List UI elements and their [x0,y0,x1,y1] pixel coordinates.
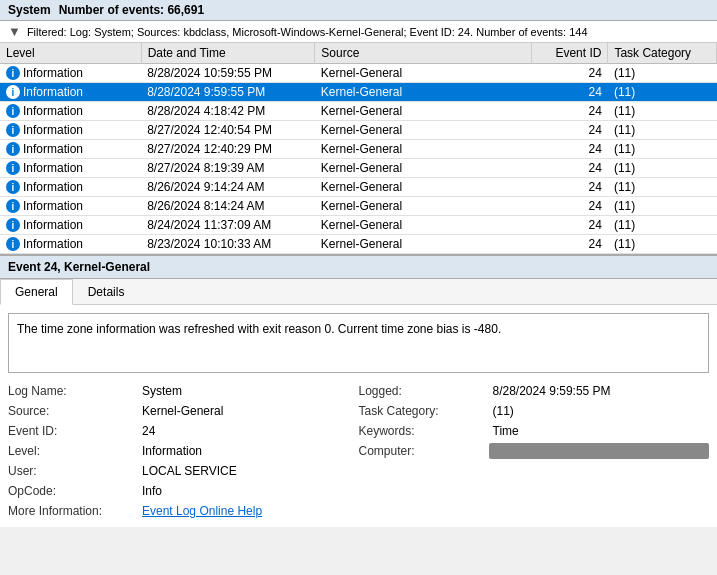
table-row[interactable]: i Information 8/27/2024 12:40:54 PM Kern… [0,121,717,140]
table-header-row: Level Date and Time Source Event ID Task… [0,43,717,64]
label-level: Level: [8,443,138,459]
filter-text: Filtered: Log: System; Sources: kbdclass… [27,26,588,38]
tab-bar: General Details [0,279,717,305]
label-computer: Computer: [359,443,489,459]
table-row[interactable]: i Information 8/24/2024 11:37:09 AM Kern… [0,216,717,235]
level-text: Information [23,85,83,99]
cell-datetime: 8/27/2024 12:40:29 PM [141,140,315,159]
value-user: LOCAL SERVICE [138,463,359,479]
value-task-category: (11) [489,403,710,419]
cell-level: i Information [0,121,141,140]
table-row[interactable]: i Information 8/27/2024 12:40:29 PM Kern… [0,140,717,159]
cell-task: (11) [608,64,717,83]
table-row[interactable]: i Information 8/28/2024 10:59:55 PM Kern… [0,64,717,83]
cell-source: Kernel-General [315,197,532,216]
tab-details[interactable]: Details [73,279,140,304]
cell-task: (11) [608,235,717,254]
cell-level: i Information [0,159,141,178]
cell-task: (11) [608,102,717,121]
info-icon: i [6,218,20,232]
cell-level: i Information [0,140,141,159]
table-row[interactable]: i Information 8/23/2024 10:10:33 AM Kern… [0,235,717,254]
value-opcode: Info [138,483,359,499]
event-count: Number of events: 66,691 [59,3,204,17]
label-keywords: Keywords: [359,423,489,439]
info-icon: i [6,199,20,213]
info-icon: i [6,123,20,137]
col-header-source: Source [315,43,532,64]
info-icon: i [6,180,20,194]
cell-level: i Information [0,178,141,197]
cell-datetime: 8/24/2024 11:37:09 AM [141,216,315,235]
info-icon: i [6,142,20,156]
info-icon: i [6,237,20,251]
info-icon: i [6,161,20,175]
level-text: Information [23,123,83,137]
level-text: Information [23,142,83,156]
label-user: User: [8,463,138,479]
table-row[interactable]: i Information 8/27/2024 8:19:39 AM Kerne… [0,159,717,178]
level-text: Information [23,104,83,118]
table-row[interactable]: i Information 8/28/2024 9:59:55 PM Kerne… [0,83,717,102]
cell-level: i Information [0,64,141,83]
label-task-category: Task Category: [359,403,489,419]
value-source: Kernel-General [138,403,359,419]
table-row[interactable]: i Information 8/26/2024 9:14:24 AM Kerne… [0,178,717,197]
cell-eventid: 24 [532,64,608,83]
cell-level: i Information [0,216,141,235]
event-log-help-link[interactable]: Event Log Online Help [142,504,262,518]
filter-icon: ▼ [8,24,21,39]
cell-eventid: 24 [532,216,608,235]
cell-datetime: 8/26/2024 8:14:24 AM [141,197,315,216]
filter-bar: ▼ Filtered: Log: System; Sources: kbdcla… [0,21,717,43]
cell-source: Kernel-General [315,102,532,121]
label-source: Source: [8,403,138,419]
label-opcode: OpCode: [8,483,138,499]
cell-task: (11) [608,178,717,197]
level-text: Information [23,218,83,232]
cell-task: (11) [608,121,717,140]
event-table: Level Date and Time Source Event ID Task… [0,43,717,254]
cell-eventid: 24 [532,83,608,102]
cell-datetime: 8/28/2024 10:59:55 PM [141,64,315,83]
cell-eventid: 24 [532,159,608,178]
cell-datetime: 8/28/2024 4:18:42 PM [141,102,315,121]
cell-level: i Information [0,83,141,102]
event-message: The time zone information was refreshed … [17,322,501,336]
col-header-datetime: Date and Time [141,43,315,64]
cell-eventid: 24 [532,102,608,121]
col-header-level: Level [0,43,141,64]
value-logged: 8/28/2024 9:59:55 PM [489,383,710,399]
info-icon: i [6,85,20,99]
app-name: System [8,3,51,17]
col-header-task: Task Category [608,43,717,64]
detail-grid: Log Name: System Logged: 8/28/2024 9:59:… [8,383,709,519]
cell-source: Kernel-General [315,140,532,159]
table-row[interactable]: i Information 8/26/2024 8:14:24 AM Kerne… [0,197,717,216]
cell-level: i Information [0,102,141,121]
cell-task: (11) [608,216,717,235]
message-box: The time zone information was refreshed … [8,313,709,373]
cell-task: (11) [608,197,717,216]
detail-panel: The time zone information was refreshed … [0,305,717,527]
value-level: Information [138,443,359,459]
cell-eventid: 24 [532,140,608,159]
table-row[interactable]: i Information 8/28/2024 4:18:42 PM Kerne… [0,102,717,121]
event-table-container: Level Date and Time Source Event ID Task… [0,43,717,256]
level-text: Information [23,237,83,251]
cell-source: Kernel-General [315,178,532,197]
cell-eventid: 24 [532,235,608,254]
cell-datetime: 8/26/2024 9:14:24 AM [141,178,315,197]
cell-datetime: 8/27/2024 8:19:39 AM [141,159,315,178]
tab-general[interactable]: General [0,279,73,305]
info-icon: i [6,104,20,118]
col-header-eventid: Event ID [532,43,608,64]
cell-eventid: 24 [532,197,608,216]
cell-source: Kernel-General [315,216,532,235]
value-more-info: Event Log Online Help [138,503,359,519]
label-more-info: More Information: [8,503,138,519]
info-icon: i [6,66,20,80]
cell-source: Kernel-General [315,235,532,254]
cell-datetime: 8/23/2024 10:10:33 AM [141,235,315,254]
level-text: Information [23,66,83,80]
